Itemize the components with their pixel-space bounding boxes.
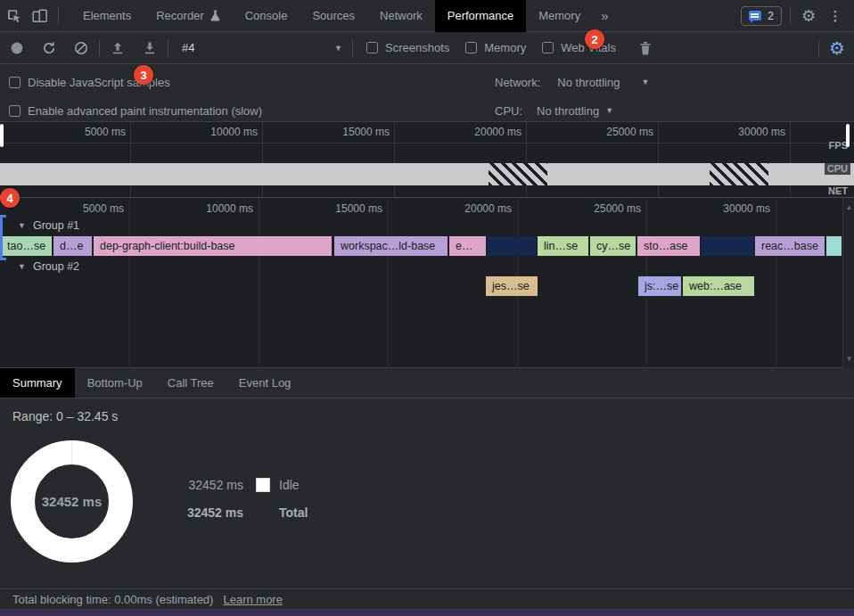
cpu-label: CPU: [495, 104, 522, 118]
scroll-up-button[interactable]: ▲ [843, 203, 854, 211]
flame-bar-label: cy…se [596, 240, 630, 252]
reload-record-button[interactable] [36, 37, 62, 60]
tab-summary[interactable]: Summary [0, 368, 75, 398]
tab-console[interactable]: Console [233, 0, 300, 32]
flame-bar[interactable]: sto…ase [637, 236, 700, 256]
flame-bar[interactable] [487, 236, 536, 256]
checkbox-enable-advanced-paint[interactable]: Enable advanced paint instrumentation (s… [9, 104, 262, 118]
tab-event-log[interactable]: Event Log [226, 368, 304, 398]
checkbox-label: Enable advanced paint instrumentation (s… [28, 104, 262, 118]
flame-bar-label: js:…se [645, 280, 678, 292]
tab-network[interactable]: Network [367, 0, 435, 32]
flame-bar[interactable]: reac…base [755, 236, 825, 256]
overview-tick-label: 10000 ms [210, 126, 258, 138]
network-throttling-select[interactable]: Network: No throttling ▼ [495, 73, 649, 91]
delete-recording-button[interactable] [632, 37, 659, 60]
details-gridline [259, 198, 259, 368]
overview-handle-right[interactable] [846, 124, 850, 147]
group-header-2[interactable]: ▼Group #2 [18, 260, 79, 273]
overview-handle-left[interactable] [0, 124, 4, 147]
group-header-1[interactable]: ▼Group #1 [18, 219, 79, 232]
flame-bar[interactable]: e… [449, 236, 486, 256]
timeline-overview[interactable]: 5000 ms10000 ms15000 ms20000 ms25000 ms3… [0, 122, 854, 198]
disclosure-triangle-icon[interactable]: ▼ [18, 262, 26, 271]
flame-bar[interactable]: web:…ase [683, 276, 754, 296]
range-text: Range: 0 – 32.45 s [12, 409, 118, 423]
legend-label: Idle [279, 478, 308, 492]
panel-tabs: ElementsRecorderConsoleSourcesNetworkPer… [70, 0, 593, 32]
overview-gridline [130, 122, 131, 197]
capture-settings-button[interactable]: ⚙ [824, 37, 850, 60]
tab-call-tree[interactable]: Call Tree [155, 368, 226, 398]
checkbox-box[interactable] [542, 42, 554, 53]
flame-bar-label: jes…se [492, 280, 530, 292]
clear-recording-button[interactable] [68, 37, 94, 60]
tab-label: Sources [312, 9, 355, 22]
flame-chart-canvas[interactable]: 5000 ms10000 ms15000 ms20000 ms25000 ms3… [0, 198, 842, 368]
device-toolbar-icon[interactable] [27, 4, 53, 28]
feedback-button[interactable]: 2 [741, 6, 782, 26]
inspect-element-icon[interactable] [0, 4, 27, 28]
history-select-value: #4 [182, 41, 194, 54]
flame-bar[interactable]: dep-graph-client:build-base [94, 236, 332, 256]
overview-gridline [526, 122, 527, 197]
chevron-down-icon: ▼ [605, 106, 613, 115]
details-gridline [388, 198, 389, 368]
details-gridline [129, 198, 130, 368]
tab-label: Console [245, 9, 288, 22]
checkbox-web-vitals[interactable]: Web Vitals [542, 41, 616, 54]
cpu-throttling-select[interactable]: CPU: No throttling ▼ [495, 102, 613, 119]
learn-more-link[interactable]: Learn more [223, 593, 282, 606]
annotation-badge-3: 3 [134, 65, 153, 85]
flame-bar[interactable]: workspac…ld-base [334, 236, 448, 256]
flame-bar-label: workspac…ld-base [341, 240, 435, 252]
ruler-line [0, 143, 854, 144]
checkbox-box[interactable] [9, 105, 21, 117]
tab-performance[interactable]: Performance [435, 0, 526, 32]
flame-bar[interactable]: jes…se [486, 276, 538, 296]
disclosure-triangle-icon[interactable]: ▼ [18, 221, 26, 230]
load-profile-button[interactable] [104, 37, 131, 60]
tab-label: Network [380, 9, 423, 22]
flask-icon [210, 10, 220, 21]
menu-dots-icon[interactable]: ⋮ [822, 4, 849, 28]
tab-sources[interactable]: Sources [300, 0, 367, 32]
flame-bar[interactable] [826, 236, 842, 256]
tab-bottom-up[interactable]: Bottom-Up [75, 368, 155, 398]
flame-chart[interactable]: 5000 ms10000 ms15000 ms20000 ms25000 ms3… [0, 198, 854, 368]
checkbox-label: Memory [484, 41, 526, 54]
details-tick-label: 5000 ms [83, 202, 124, 215]
tab-elements[interactable]: Elements [70, 0, 144, 32]
vertical-scrollbar[interactable]: ▲ ▼ [842, 198, 854, 368]
more-tabs-button[interactable]: » [593, 8, 616, 23]
lane-label-cpu: CPU [825, 163, 850, 175]
checkbox-box[interactable] [465, 42, 477, 53]
tab-recorder[interactable]: Recorder [144, 0, 232, 32]
overview-tick-label: 30000 ms [738, 126, 785, 138]
checkbox-memory[interactable]: Memory [465, 41, 526, 54]
flame-bar[interactable] [701, 236, 753, 256]
checkbox-box[interactable] [9, 77, 21, 88]
flame-bar[interactable]: lin…se [538, 236, 588, 256]
tab-label: Memory [538, 9, 580, 22]
group-label: Group #2 [33, 260, 79, 273]
chevron-down-icon: ▼ [334, 44, 342, 53]
flame-bar[interactable]: d…e [53, 236, 92, 256]
flame-bar-label: d…e [60, 240, 83, 252]
devtools-window: ElementsRecorderConsoleSourcesNetworkPer… [0, 0, 854, 616]
flame-bar-label: e… [456, 240, 472, 252]
performance-toolbar: #4 ▼ ScreenshotsMemoryWeb Vitals ⚙ [0, 32, 854, 64]
annotation-badge-2: 2 [585, 29, 604, 49]
flame-bar[interactable]: cy…se [590, 236, 636, 256]
flame-bar[interactable]: tao…se [1, 236, 52, 256]
checkbox-box[interactable] [366, 42, 378, 53]
tab-memory[interactable]: Memory [526, 0, 593, 32]
history-select[interactable]: #4 ▼ [173, 37, 348, 59]
checkbox-screenshots[interactable]: Screenshots [366, 41, 449, 54]
scroll-down-button[interactable]: ▼ [843, 355, 854, 363]
flame-bar[interactable]: js:…se [638, 276, 681, 296]
settings-gear-icon[interactable]: ⚙ [795, 4, 822, 28]
record-button[interactable] [4, 37, 30, 60]
cpu-idle-hatch [489, 163, 547, 185]
save-profile-button[interactable] [136, 37, 163, 60]
